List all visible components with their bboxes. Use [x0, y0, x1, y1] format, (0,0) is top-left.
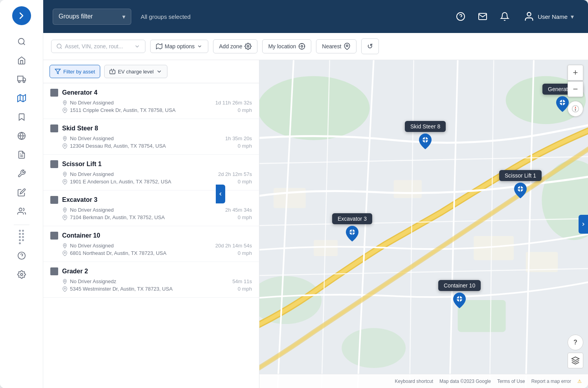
map-data-text: Map data ©2023 Google: [439, 379, 491, 384]
my-location-button[interactable]: My location: [262, 39, 311, 53]
svg-point-19: [527, 13, 531, 16]
svg-point-20: [57, 44, 61, 48]
map-options-button[interactable]: Map options: [150, 40, 208, 53]
map-help-btn[interactable]: ?: [568, 335, 583, 350]
svg-point-38: [64, 145, 66, 146]
sidebar-item-search[interactable]: [13, 33, 30, 50]
svg-marker-22: [156, 44, 162, 49]
svg-point-45: [64, 280, 66, 282]
terms-of-use-link[interactable]: Terms of Use: [497, 379, 525, 384]
map-bottom-controls: ?: [568, 335, 583, 368]
sidebar-item-settings[interactable]: [13, 266, 30, 283]
asset-header: Generator 4: [50, 89, 252, 97]
map-layers-btn[interactable]: [568, 353, 583, 368]
wrench-icon: [17, 169, 26, 178]
groups-filter-label: Groups filter: [59, 13, 119, 20]
svg-point-43: [64, 245, 66, 246]
asset-item-generator4[interactable]: Generator 4 No Driver Assigned 1d 11h 26…: [43, 83, 259, 119]
asset-color-indicator: [50, 124, 58, 132]
asset-item-scissorlift1[interactable]: Scissor Lift 1 No Driver Assigned 2d 2h …: [43, 155, 259, 190]
asset-filter-bar: Filter by asset EV charge level: [43, 60, 259, 83]
groups-filter-dropdown[interactable]: Groups filter ▾: [53, 9, 131, 25]
asset-driver-row: No Driver Assigned 1h 35m 20s: [62, 135, 252, 141]
asset-header: Skid Steer 8: [50, 124, 252, 132]
asset-address: 12304 Dessau Rd, Austin, TX 78754, USA: [70, 143, 166, 149]
collapse-right-panel-button[interactable]: [579, 215, 588, 234]
help-button[interactable]: [453, 9, 469, 24]
user-menu[interactable]: User Name ▾: [519, 8, 579, 25]
users-icon: [17, 207, 26, 216]
nearest-button[interactable]: Nearest: [316, 39, 356, 53]
mail-icon: [478, 12, 487, 21]
marker-pin-container10: [453, 293, 466, 308]
driver-name: No Driver Assigned: [70, 243, 114, 249]
sidebar-item-vehicles[interactable]: [13, 71, 30, 88]
location-pin-icon: [62, 143, 68, 149]
sidebar-item-grid[interactable]: [13, 228, 30, 245]
help-circle-icon: [17, 251, 26, 260]
sidebar-item-home[interactable]: [13, 52, 30, 69]
asset-color-indicator: [50, 160, 58, 168]
sidebar-item-reports[interactable]: [13, 146, 30, 163]
filter-icon: [55, 68, 61, 75]
add-zone-button[interactable]: Add zone: [213, 39, 257, 53]
collapse-panel-button[interactable]: [216, 185, 225, 203]
asset-search-input[interactable]: Asset, VIN, zone, rout...: [51, 40, 145, 53]
search-icon: [17, 37, 26, 46]
filter-by-asset-button[interactable]: Filter by asset: [50, 65, 100, 78]
asset-driver-info: No Driver Assigned: [62, 135, 114, 141]
zoom-out-button[interactable]: −: [568, 81, 583, 97]
svg-point-35: [64, 102, 66, 103]
chevron-right-icon: [17, 11, 26, 20]
svg-rect-2: [17, 76, 23, 81]
svg-marker-31: [55, 69, 60, 74]
asset-details: No Driver Assigned 1h 35m 20s 12304 Dess…: [50, 135, 252, 149]
sidebar-item-bookmark[interactable]: [13, 108, 30, 126]
asset-driver-row: No Driver Assigned 1d 11h 26m 32s: [62, 100, 252, 106]
asset-details: No Driver Assignedz 54m 11s 5345 Westmin…: [50, 278, 252, 292]
notifications-button[interactable]: [497, 9, 513, 24]
map-marker-scissorlift1[interactable]: Scissor Lift 1: [499, 170, 542, 200]
asset-header: Scissor Lift 1: [50, 160, 252, 168]
sidebar-item-help[interactable]: [13, 247, 30, 264]
sidebar-item-tools[interactable]: [13, 165, 30, 182]
asset-item-container10[interactable]: Container 10 No Driver Assigned 20d 2h 1…: [43, 226, 259, 262]
sidebar-item-map[interactable]: [13, 90, 30, 107]
asset-name: Skid Steer 8: [62, 125, 98, 132]
topbar: Groups filter ▾ All groups selected User…: [43, 0, 588, 33]
map-marker-excavator3[interactable]: Excavator 3: [332, 213, 372, 243]
svg-point-4: [18, 81, 20, 83]
ev-charge-icon: [109, 68, 116, 75]
asset-color-indicator: [50, 267, 58, 275]
sidebar-logo[interactable]: [12, 6, 31, 25]
content-area: Filter by asset EV charge level Generato…: [43, 60, 588, 388]
asset-driver-info: No Driver Assigned: [62, 100, 114, 106]
asset-driver-info: No Driver Assignedz: [62, 278, 116, 284]
asset-item-grader2[interactable]: Grader 2 No Driver Assignedz 54m 11s: [43, 262, 259, 298]
asset-item-skidsteer8[interactable]: Skid Steer 8 No Driver Assigned 1h 35m 2…: [43, 119, 259, 155]
map-area[interactable]: Generator 4 Skid Steer 8: [259, 60, 588, 388]
marker-label-scissorlift1: Scissor Lift 1: [499, 170, 542, 181]
sidebar-item-globe[interactable]: [13, 127, 30, 145]
zoom-in-button[interactable]: +: [568, 65, 583, 81]
main-content: Groups filter ▾ All groups selected User…: [43, 0, 588, 388]
map-marker-skidsteer8[interactable]: Skid Steer 8: [405, 121, 446, 151]
asset-name: Generator 4: [62, 89, 97, 96]
ev-charge-level-button[interactable]: EV charge level: [104, 65, 167, 78]
report-map-error-link[interactable]: Report a map error: [531, 379, 571, 384]
compass-button[interactable]: [568, 101, 583, 117]
asset-speed: 0 mph: [238, 179, 252, 185]
svg-marker-65: [575, 106, 576, 109]
nearest-icon: [344, 43, 351, 50]
map-marker-container10[interactable]: Container 10: [438, 280, 481, 310]
svg-point-36: [64, 109, 66, 111]
sidebar-item-notes[interactable]: [13, 184, 30, 201]
mail-button[interactable]: [475, 9, 491, 24]
refresh-button[interactable]: ↺: [361, 38, 379, 54]
asset-details: No Driver Assigned 2h 45m 34s 7104 Berkm…: [50, 207, 252, 220]
location-pin-icon: [62, 179, 68, 185]
sidebar-item-users[interactable]: [13, 203, 30, 220]
asset-color-indicator: [50, 232, 58, 240]
search-input-icon: [56, 43, 62, 49]
asset-item-excavator3[interactable]: Excavator 3 No Driver Assigned 2h 45m 34…: [43, 190, 259, 226]
